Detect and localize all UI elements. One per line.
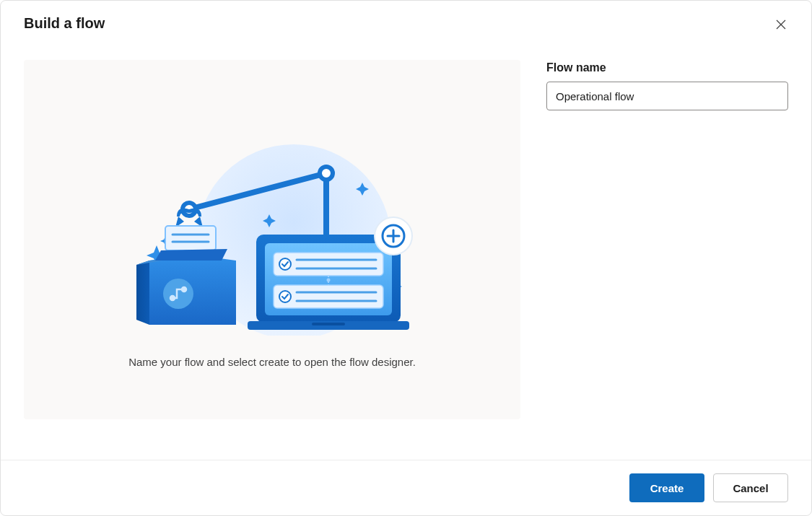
helper-text: Name your flow and select create to open… [128,356,416,368]
build-flow-dialog: Build a flow [0,0,812,516]
close-icon [776,19,786,32]
flow-builder-illustration [121,134,424,336]
svg-point-19 [163,279,193,309]
dialog-footer: Create Cancel [1,460,811,515]
create-button[interactable]: Create [629,473,704,502]
dialog-header: Build a flow [1,1,811,43]
svg-point-33 [279,291,291,302]
dialog-title: Build a flow [24,15,105,32]
form-panel: Flow name [546,60,788,445]
svg-rect-12 [165,226,216,250]
svg-point-31 [327,278,331,281]
close-button[interactable] [771,15,791,35]
svg-point-10 [320,167,333,180]
svg-rect-25 [312,323,345,325]
cancel-button[interactable]: Cancel [713,473,788,502]
illustration-panel: Name your flow and select create to open… [24,60,520,419]
dialog-body: Name your flow and select create to open… [1,43,811,460]
svg-marker-18 [155,249,227,261]
flow-name-label: Flow name [546,61,788,74]
flow-name-input[interactable] [546,82,788,110]
svg-point-27 [279,258,291,270]
svg-marker-16 [136,261,149,325]
